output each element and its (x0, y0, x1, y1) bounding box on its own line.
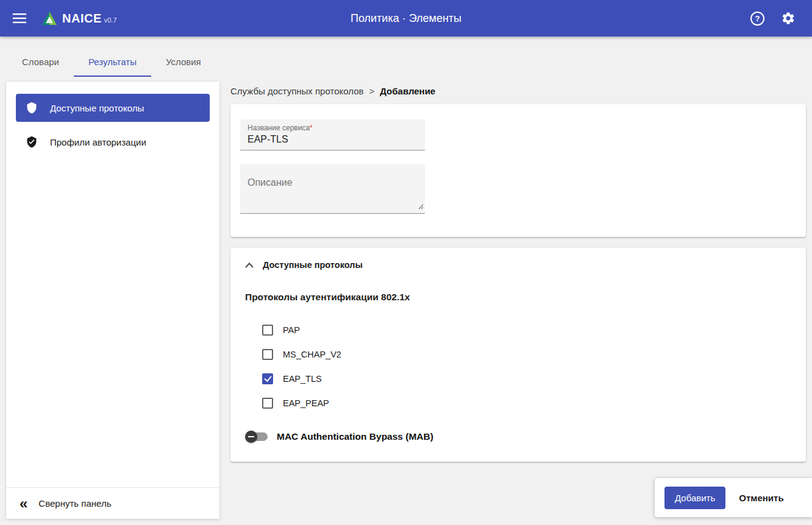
main-content: Службы доступных протоколов > Добавление… (230, 82, 806, 462)
sidebar-item-authorization-profiles[interactable]: Профили авторизации (16, 128, 210, 156)
mab-toggle-row: MAC Authentication Bypass (MAB) (245, 431, 791, 442)
app-version: v0.7 (104, 16, 117, 26)
cancel-button[interactable]: Отменить (734, 487, 788, 509)
appbar-actions: ? (750, 10, 812, 26)
form-card: Название сервиса* EAP-TLS Описание (230, 104, 806, 237)
subsection-title: Протоколы аутентификации 802.1x (245, 292, 791, 303)
settings-button[interactable] (780, 10, 796, 26)
checkbox-row-pap[interactable]: PAP (262, 318, 791, 342)
collapse-panel-button[interactable]: « Свернуть панель (6, 487, 219, 519)
required-asterisk: * (310, 124, 313, 132)
hamburger-icon (13, 13, 26, 23)
tab-results[interactable]: Результаты (74, 48, 151, 77)
sidebar-item-label: Доступные протоколы (50, 103, 144, 113)
appbar: NAICE v0.7 Политика · Элементы ? (0, 0, 812, 37)
actions-card: Добавить Отменить (655, 478, 812, 517)
app-logo: NAICE v0.7 (41, 11, 117, 26)
collapse-panel-label: Свернуть панель (38, 498, 111, 509)
breadcrumb: Службы доступных протоколов > Добавление (230, 86, 806, 96)
protocols-card: Доступные протоколы Протоколы аутентифик… (230, 248, 806, 462)
checkbox-label: MS_CHAP_V2 (283, 350, 341, 359)
breadcrumb-current: Добавление (380, 86, 435, 96)
mab-switch[interactable] (247, 432, 268, 441)
description-placeholder: Описание (248, 177, 293, 188)
checkbox-label: PAP (283, 325, 300, 335)
breadcrumb-separator: > (369, 86, 374, 96)
chevron-up-icon (245, 262, 254, 268)
checkbox-row-eap-tls[interactable]: EAP_TLS (262, 367, 791, 391)
checkbox (262, 398, 273, 409)
logo-icon (41, 11, 57, 26)
protocol-checkbox-list: PAP MS_CHAP_V2 EAP_TLS EAP_PEAP (262, 318, 791, 415)
checkbox-row-eap-peap[interactable]: EAP_PEAP (262, 391, 791, 415)
checkbox (262, 325, 273, 336)
service-name-label: Название сервиса* (248, 124, 418, 132)
sidebar-item-available-protocols[interactable]: Доступные протоколы (16, 94, 210, 122)
tab-dictionaries[interactable]: Словари (7, 48, 74, 77)
service-name-field[interactable]: Название сервиса* EAP-TLS (240, 119, 425, 150)
checkbox (262, 349, 273, 360)
section-collapse-button[interactable]: Доступные протоколы (245, 260, 791, 270)
checkbox-row-ms-chap-v2[interactable]: MS_CHAP_V2 (262, 342, 791, 367)
sidebar: Доступные протоколы Профили авторизации … (6, 82, 219, 519)
sidebar-item-label: Профили авторизации (50, 137, 146, 147)
service-name-value: EAP-TLS (248, 134, 418, 145)
switch-thumb (245, 431, 257, 443)
add-button[interactable]: Добавить (664, 487, 725, 509)
checkbox-label: EAP_PEAP (283, 398, 329, 408)
resize-handle-icon (418, 201, 424, 212)
verified-user-icon (24, 135, 39, 149)
screen: NAICE v0.7 Политика · Элементы ? Словари… (0, 0, 812, 525)
double-chevron-left-icon: « (20, 498, 27, 509)
description-textarea[interactable]: Описание (240, 164, 425, 214)
gear-icon (781, 11, 796, 26)
help-icon[interactable]: ? (750, 12, 764, 26)
minus-icon (248, 436, 254, 437)
page-title: Политика · Элементы (351, 12, 461, 25)
section-title: Доступные протоколы (263, 260, 363, 270)
checkbox (262, 373, 273, 384)
menu-button[interactable] (5, 4, 34, 33)
tab-bar: Словари Результаты Условия (0, 37, 812, 77)
tab-conditions[interactable]: Условия (151, 48, 216, 77)
shield-icon (24, 100, 39, 115)
checkbox-label: EAP_TLS (283, 374, 322, 384)
breadcrumb-parent-link[interactable]: Службы доступных протоколов (230, 86, 363, 96)
sidebar-list: Доступные протоколы Профили авторизации (6, 82, 219, 156)
mab-label: MAC Authentication Bypass (MAB) (277, 431, 433, 442)
brand-name: NAICE (62, 12, 102, 26)
